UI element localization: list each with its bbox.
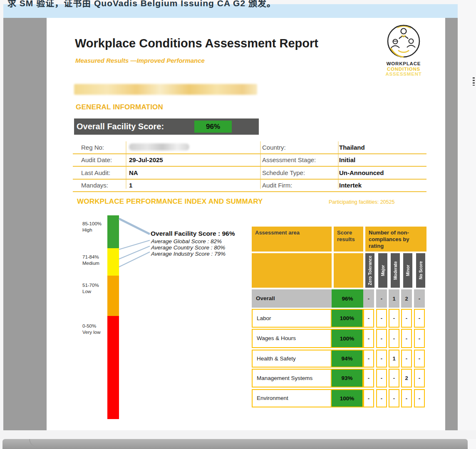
nc-value: - bbox=[376, 309, 387, 328]
info-value: Intertek bbox=[339, 180, 362, 192]
participating-facilities: Participating facilities: 20525 bbox=[329, 199, 394, 205]
info-label: Schedule Type: bbox=[262, 167, 305, 179]
info-label: Country: bbox=[262, 141, 286, 153]
logo-text-assessment: ASSESSMENT bbox=[384, 72, 424, 77]
table-row-environment: Environment 100% - - - - - bbox=[252, 389, 426, 407]
viewer-right-margin bbox=[445, 18, 458, 430]
column-header-noncompliances: Number of non-compliances by rating bbox=[365, 227, 426, 252]
info-value: NA bbox=[129, 167, 138, 179]
column-header-score-results: Score results bbox=[334, 227, 363, 252]
logo-text-conditions: CONDITIONS bbox=[384, 67, 424, 72]
redacted-reg-no bbox=[129, 143, 189, 150]
nc-value: - bbox=[376, 289, 387, 308]
row-score: 100% bbox=[332, 329, 363, 348]
header-spacer-cell bbox=[252, 253, 332, 288]
annotation-overall-score: Overall Facility Score : 96% bbox=[151, 230, 235, 237]
nc-value: - bbox=[363, 369, 374, 387]
scrollbar-mark[interactable] bbox=[473, 77, 475, 86]
table-row: Mandays: 1 Audit Firm: Intertek bbox=[73, 180, 426, 192]
section-general-information: GENERAL INFORMATION bbox=[76, 103, 163, 111]
row-label: Wages & Hours bbox=[252, 329, 332, 348]
nc-value: 1 bbox=[389, 289, 399, 308]
wca-logo-icon bbox=[385, 23, 422, 59]
gauge-range: 0-50% bbox=[82, 323, 107, 329]
report-tagline: Measured Results —Improved Performance bbox=[75, 57, 205, 64]
redacted-company-name bbox=[74, 84, 257, 95]
gauge-connector-lines bbox=[118, 215, 153, 269]
info-label: Audit Firm: bbox=[262, 180, 293, 192]
gauge-band-high bbox=[107, 215, 119, 248]
nc-value: - bbox=[363, 329, 374, 348]
overall-score-label: Overall Facility Score: bbox=[74, 122, 164, 131]
summary-table: Assessment area Score results Number of … bbox=[252, 227, 426, 408]
gauge-range-name: Low bbox=[82, 289, 107, 295]
gauge-range: 71-84% bbox=[82, 254, 107, 260]
row-label: Management Systems bbox=[252, 369, 332, 387]
gauge-band-low bbox=[107, 276, 119, 316]
nc-value: - bbox=[414, 329, 425, 348]
nc-value: - bbox=[401, 350, 412, 368]
nc-value: - bbox=[389, 389, 399, 407]
nc-header-minor: Minor bbox=[403, 253, 412, 288]
gauge-range: 51-70% bbox=[82, 282, 107, 289]
overall-score-value: 96% bbox=[194, 121, 232, 133]
table-row: Reg No: Country: Thailand bbox=[73, 141, 426, 154]
column-header-assessment-area: Assessment area bbox=[252, 227, 332, 252]
info-label: Assessment Stage: bbox=[262, 154, 316, 166]
nc-value: 2 bbox=[401, 369, 412, 387]
row-score: 96% bbox=[332, 289, 363, 308]
section-wpi-summary: WORKPLACE PERFORMANCE INDEX AND SUMMARY bbox=[77, 197, 263, 206]
info-value: Thailand bbox=[339, 141, 365, 153]
gauge-range-name: High bbox=[82, 227, 107, 233]
annotation-country-score: Average Country Score : 80% bbox=[151, 244, 225, 251]
table-row: Audit Date: 29-Jul-2025 Assessment Stage… bbox=[73, 154, 426, 167]
row-score: 94% bbox=[332, 350, 363, 368]
info-value: 29-Jul-2025 bbox=[129, 154, 163, 166]
row-label: Environment bbox=[252, 389, 332, 407]
viewer-left-margin bbox=[3, 18, 47, 430]
nc-value: - bbox=[389, 369, 399, 387]
nc-value: - bbox=[376, 329, 387, 348]
window-bottom-bar bbox=[2, 439, 468, 449]
viewer-right-gutter bbox=[458, 0, 476, 449]
row-label: Health & Safety bbox=[252, 350, 332, 368]
gauge-band-very-low bbox=[107, 316, 119, 419]
nc-value: - bbox=[401, 329, 412, 348]
row-score: 100% bbox=[332, 309, 363, 328]
table-row-overall: Overall 96% - - 1 2 - bbox=[252, 289, 426, 308]
gauge-band-medium bbox=[107, 248, 119, 276]
gauge-label-high: 85-100% High bbox=[82, 221, 107, 233]
gauge-range-name: Medium bbox=[82, 260, 107, 266]
nc-value: - bbox=[414, 309, 425, 328]
table-row-labor: Labor 100% - - - - - bbox=[252, 309, 426, 328]
nc-header-no-score: No Score bbox=[416, 253, 425, 288]
annotation-global-score: Average Global Score : 82% bbox=[151, 238, 222, 244]
nc-value: - bbox=[414, 350, 425, 368]
nc-header-moderate: Moderate bbox=[391, 253, 400, 288]
table-row: Last Audit: NA Schedule Type: Un-Announc… bbox=[73, 167, 426, 180]
header-spacer-cell bbox=[334, 253, 363, 288]
general-info-table: Reg No: Country: Thailand Audit Date: 29… bbox=[73, 141, 426, 189]
page-title: Workplace Conditions Assessment Report bbox=[75, 37, 318, 50]
row-label: Overall bbox=[252, 289, 332, 308]
nc-value: - bbox=[414, 289, 425, 308]
viewer-bottom-strip bbox=[0, 430, 476, 439]
nc-header-major: Major bbox=[378, 253, 387, 288]
gauge-range-name: Very low bbox=[82, 329, 107, 336]
row-score: 93% bbox=[332, 369, 363, 387]
gauge-range: 85-100% bbox=[82, 221, 107, 227]
row-score: 100% bbox=[332, 389, 363, 407]
info-value: Initial bbox=[339, 154, 355, 166]
table-row-health-safety: Health & Safety 94% - - 1 - - bbox=[252, 350, 426, 368]
info-label: Audit Date: bbox=[81, 154, 112, 166]
gauge-label-medium: 71-84% Medium bbox=[82, 254, 107, 266]
gauge-label-low: 51-70% Low bbox=[82, 282, 107, 295]
certificate-banner-text: 求 SM 验证，证书由 QuoVadis Belgium Issuing CA … bbox=[7, 0, 276, 9]
nc-value: - bbox=[376, 369, 387, 387]
info-value: Un-Announced bbox=[339, 167, 384, 179]
document-viewer: 求 SM 验证，证书由 QuoVadis Belgium Issuing CA … bbox=[0, 0, 476, 449]
logo-text-workplace: WORKPLACE bbox=[384, 61, 424, 67]
nc-value: - bbox=[363, 309, 374, 328]
nc-value: - bbox=[363, 389, 374, 407]
table-row-management-systems: Management Systems 93% - - - 2 - bbox=[252, 369, 426, 387]
